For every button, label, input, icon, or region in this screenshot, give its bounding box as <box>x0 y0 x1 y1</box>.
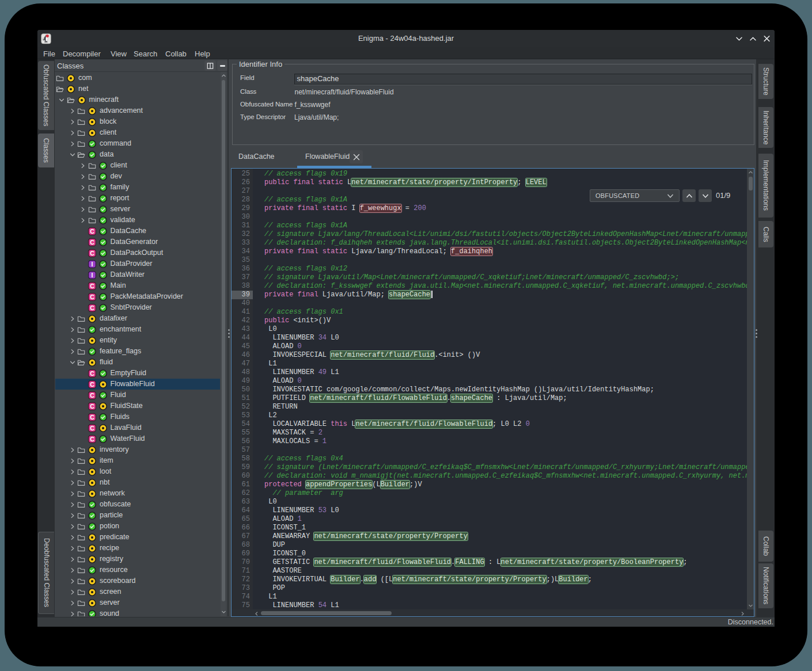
svg-text:C: C <box>90 381 94 388</box>
svg-text:C: C <box>90 370 94 377</box>
svg-text:I: I <box>91 261 93 268</box>
svg-text:C: C <box>90 414 94 421</box>
svg-text:C: C <box>90 403 94 410</box>
svg-text:I: I <box>91 272 93 279</box>
svg-text:C: C <box>90 392 94 399</box>
svg-text:C: C <box>90 304 94 311</box>
svg-text:C: C <box>90 425 94 432</box>
svg-text:C: C <box>90 250 94 257</box>
svg-text:C: C <box>90 239 94 246</box>
svg-text:C: C <box>90 283 94 289</box>
svg-text:C: C <box>90 293 94 300</box>
svg-text:C: C <box>90 436 94 443</box>
svg-text:C: C <box>90 228 94 235</box>
